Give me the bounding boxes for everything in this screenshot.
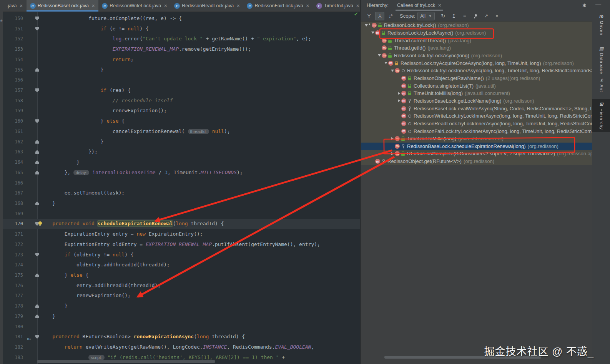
close-icon[interactable]: ✕ [19,3,23,8]
code-line[interactable]: 178 } [3,301,360,311]
code-line[interactable]: 176 entry.addThreadId(threadId); [3,281,360,291]
fold-marker-icon[interactable] [35,160,39,164]
sort-alphabetically-icon[interactable]: ↓a [386,12,395,20]
hierarchy-tree-row[interactable]: mRedissonLock.tryLockAsync()(org.redisso… [361,29,592,37]
code-line[interactable]: 164 } [3,157,360,168]
close-icon[interactable]: ✕ [164,3,167,8]
expand-toggle-icon[interactable] [396,99,401,102]
hierarchy-tree-row[interactable]: mRedissonLock.tryAcquireOnceAsync(long, … [361,59,592,67]
refresh-icon[interactable]: ↻ [439,12,448,20]
fold-marker-icon[interactable] [35,68,39,72]
close-icon[interactable]: ✕ [306,3,309,8]
close-icon[interactable]: ✕ [438,3,441,8]
tool-stripe-button-database[interactable]: ▤Database [592,44,610,76]
code-line[interactable]: 167 ee.setTimeout(task); [3,188,360,198]
code-line[interactable]: 174 oldEntry.addThreadId(threadId); [3,260,360,270]
code-line[interactable]: 168 } [3,198,360,209]
panel-splitter[interactable] [360,0,361,364]
hierarchy-tree-row[interactable]: mTimeUnit.toMillis(long)(java.util.concu… [361,90,592,97]
code-line[interactable]: 166 [3,178,360,188]
minimize-icon[interactable]: — [595,1,601,7]
code-line[interactable]: 155 } [3,65,360,75]
hierarchy-tree-row[interactable]: mRedissonLock.tryLockInnerAsync(long, lo… [361,67,592,75]
code-line[interactable]: 161 cancelExpirationRenewal( threadId: n… [3,126,360,137]
code-line[interactable]: 151 if (e != null) { [3,24,360,34]
expand-toggle-icon[interactable] [390,137,395,140]
fold-marker-icon[interactable] [35,253,39,257]
hierarchy-tree-row[interactable]: mRedissonReadLock.tryLockInnerAsync(long… [361,120,592,128]
hierarchy-tree-row[interactable]: mRedissonFairLock.tryLockInnerAsync(long… [361,127,592,135]
code-line[interactable]: 173 if (oldEntry != null) { [3,250,360,260]
fold-marker-icon[interactable] [35,119,39,123]
code-line[interactable]: 180 [3,322,360,332]
editor-tab[interactable]: ETimeUnit.java✕ [313,0,360,12]
fold-marker-icon[interactable] [35,201,39,205]
hierarchy-tree-row[interactable]: mThread.getId()(java.lang) [361,44,592,52]
collapse-all-icon[interactable]: ≡ [460,12,469,20]
fold-marker-icon[interactable] [35,140,39,144]
editor-tab[interactable]: CRedissonBaseLock.java✕ [27,0,99,12]
code-line[interactable]: 153 EXPIRATION_RENEWAL_MAP.remove(getEnt… [3,44,360,55]
expand-toggle-icon[interactable] [370,32,375,34]
code-line[interactable]: 170 protected void scheduleExpirationRen… [3,219,360,229]
hierarchy-tree-row[interactable]: mRedissonLock.tryLockAsync(long)(org.red… [361,52,592,60]
hierarchy-tree-row[interactable]: mCollections.singletonList(T)(java.util) [361,82,592,90]
expand-toggle-icon[interactable] [390,152,395,155]
fold-marker-icon[interactable] [35,304,39,308]
fold-marker-icon[interactable] [35,171,39,175]
expand-toggle-icon[interactable] [396,92,401,95]
hierarchy-tree-row[interactable]: mRedissonBaseLock.scheduleExpirationRene… [361,143,592,150]
fold-marker-icon[interactable] [35,17,39,20]
code-line[interactable]: 181o↓ protected RFuture<Boolean> renewEx… [3,332,360,342]
caller-hierarchy-icon[interactable]: Y [364,12,374,20]
code-line[interactable]: 160 } else { [3,116,360,126]
editor-code-area[interactable]: 150 future.onComplete((res, e) -> {151 i… [3,13,360,362]
code-line[interactable]: 156 [3,75,360,85]
code-line[interactable]: 159 renewExpiration(); [3,106,360,116]
tool-stripe-button-ant[interactable]: ✳Ant [592,75,610,95]
close-icon[interactable]: ✕ [356,3,359,8]
hierarchy-tree-row[interactable]: mRedissonBaseLock.getLockName(long)(org.… [361,97,592,105]
close-icon[interactable]: ✕ [91,3,95,8]
code-line[interactable]: 157 if (res) { [3,85,360,96]
fold-marker-icon[interactable] [35,150,39,154]
close-icon[interactable]: ✕ [236,3,240,8]
pin-icon[interactable] [471,12,480,20]
expand-toggle-icon[interactable] [383,62,388,64]
fold-marker-icon[interactable] [35,88,39,92]
editor-tab[interactable]: CRedissonFairLock.java✕ [243,0,313,12]
code-line[interactable]: 152 log.error("Can't update lock " + get… [3,34,360,44]
code-line[interactable]: 182 return evalWriteAsync(getRawName(), … [3,342,360,352]
hierarchy-tree-row[interactable]: mRedissonObject.get(RFuture<V>)(org.redi… [361,158,592,165]
expand-toggle-icon[interactable] [364,24,369,27]
expand-toggle-icon[interactable] [377,54,382,57]
tool-stripe-button-maven[interactable]: mMaven [592,12,610,38]
fold-marker-icon[interactable] [35,314,39,318]
code-editor[interactable]: .java✕CRedissonBaseLock.java✕CRedissonWr… [3,0,360,364]
fold-marker-icon[interactable] [35,273,39,277]
hierarchy-tree-row[interactable]: mTimeUnit.toMillis(long)(java.util.concu… [361,135,592,143]
editor-tab[interactable]: .java✕ [3,0,27,12]
code-line[interactable]: 163 }); [3,147,360,157]
hierarchy-view-tab[interactable]: Callees of tryLock ✕ [397,0,443,11]
editor-horizontal-scrollbar[interactable] [37,360,215,363]
hierarchy-tree-row[interactable]: mRFuture.onComplete(BiConsumer<? super V… [361,150,592,158]
hierarchy-tree[interactable]: *mRedissonLock.tryLock()(org.redisson)mR… [361,22,592,165]
expand-toggle-icon[interactable] [390,70,395,72]
code-line[interactable]: 171 ExpirationEntry entry = new Expirati… [3,229,360,239]
tool-stripe-button-hierarchy[interactable]: ⊞Hierarchy [592,99,610,132]
code-line[interactable]: 165 }, delay: internalLockLeaseTime / 3,… [3,168,360,178]
callee-hierarchy-icon[interactable]: Y [375,12,384,20]
hierarchy-tree-row[interactable]: *mRedissonLock.tryLock()(org.redisson) [361,22,592,29]
fold-marker-icon[interactable] [35,27,39,31]
open-in-new-window-icon[interactable]: ↗ [482,12,491,20]
code-line[interactable]: 169 [3,209,360,219]
code-line[interactable]: 175 } else { [3,270,360,281]
code-line[interactable]: 162 } [3,137,360,147]
code-line[interactable]: 158 // reschedule itself [3,96,360,106]
code-line[interactable]: 150 future.onComplete((res, e) -> { [3,13,360,24]
code-line[interactable]: 179 } [3,311,360,322]
hierarchy-tree-row[interactable]: mRedissonObject.getRawName()(2 usages) (… [361,75,592,82]
code-line[interactable]: 172 ExpirationEntry oldEntry = EXPIRATIO… [3,239,360,250]
fold-marker-icon[interactable] [35,335,39,339]
